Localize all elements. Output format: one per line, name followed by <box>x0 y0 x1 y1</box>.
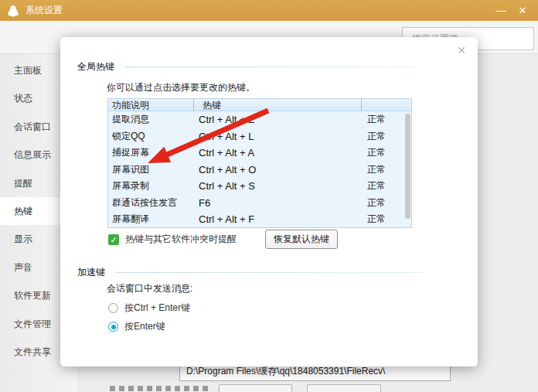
col-header-function: 功能说明 <box>108 99 194 111</box>
conflict-reminder-checkbox[interactable]: ✓ <box>108 234 119 245</box>
hotkey-dialog: ✕ 全局热键 你可以通过点击选择要更改的热键。 功能说明 热键 提取消息 Ctr… <box>60 37 478 366</box>
qq-settings-window: 系统设置 — ✕ 基本设置 安全设置 权限设置 <box>0 0 538 392</box>
window-title: 系统设置 <box>26 4 63 17</box>
col-header-hotkey: 热键 <box>194 99 362 111</box>
hotkey-hint-text: 你可以通过点击选择要更改的热键。 <box>107 81 255 94</box>
status-badge: 正常 <box>362 145 411 162</box>
table-row[interactable]: 屏幕识图 Ctrl + Alt + O 正常 <box>108 162 411 179</box>
table-row[interactable]: 屏幕翻译 Ctrl + Alt + F 正常 <box>108 211 411 228</box>
table-scrollbar[interactable] <box>405 114 410 219</box>
divider <box>116 272 424 273</box>
radio-icon <box>108 303 118 313</box>
qq-penguin-icon <box>7 5 19 17</box>
partial-button[interactable] <box>307 384 381 392</box>
status-badge: 正常 <box>362 128 411 145</box>
dialog-close-icon[interactable]: ✕ <box>455 43 468 57</box>
table-row[interactable]: 屏幕录制 Ctrl + Alt + S 正常 <box>108 178 411 195</box>
restore-default-hotkeys-button[interactable]: 恢复默认热键 <box>265 230 338 249</box>
table-row[interactable]: 提取消息 Ctrl + Alt + Z 正常 <box>108 111 411 128</box>
titlebar: 系统设置 — ✕ <box>0 0 538 21</box>
table-row[interactable]: 锁定QQ Ctrl + Alt + L 正常 <box>108 128 411 145</box>
radio-enter[interactable]: 按Enter键 <box>108 320 165 333</box>
section-title: 加速键 <box>77 266 105 279</box>
partial-button[interactable] <box>219 384 292 392</box>
close-icon[interactable]: ✕ <box>512 0 533 21</box>
table-row[interactable]: 捕捉屏幕 Ctrl + Alt + A 正常 <box>108 145 411 162</box>
global-hotkeys-section-header: 全局热键 <box>77 60 416 73</box>
status-badge: 正常 <box>362 211 411 228</box>
status-badge: 正常 <box>362 162 411 179</box>
minimize-icon[interactable]: — <box>490 0 512 21</box>
col-header-status <box>362 99 411 111</box>
status-badge: 正常 <box>362 195 411 212</box>
divider <box>125 66 416 67</box>
status-badge: 正常 <box>362 178 411 195</box>
table-row[interactable]: 群通话按住发言 F6 正常 <box>108 195 411 212</box>
status-badge: 正常 <box>362 111 411 128</box>
hotkey-table: 功能说明 热键 提取消息 Ctrl + Alt + Z 正常 锁定QQ Ctrl… <box>107 98 412 228</box>
radio-icon-selected <box>108 322 118 332</box>
send-message-subtitle: 会话窗口中发送消息: <box>107 282 192 295</box>
clipped-text-fragment <box>110 386 209 391</box>
section-title: 全局热键 <box>77 60 114 73</box>
radio-ctrl-enter[interactable]: 按Ctrl + Enter键 <box>108 302 190 315</box>
hotkey-table-header: 功能说明 热键 <box>108 99 411 111</box>
conflict-reminder-label: 热键与其它软件冲突时提醒 <box>125 233 237 246</box>
accelerator-section-header: 加速键 <box>77 266 424 279</box>
